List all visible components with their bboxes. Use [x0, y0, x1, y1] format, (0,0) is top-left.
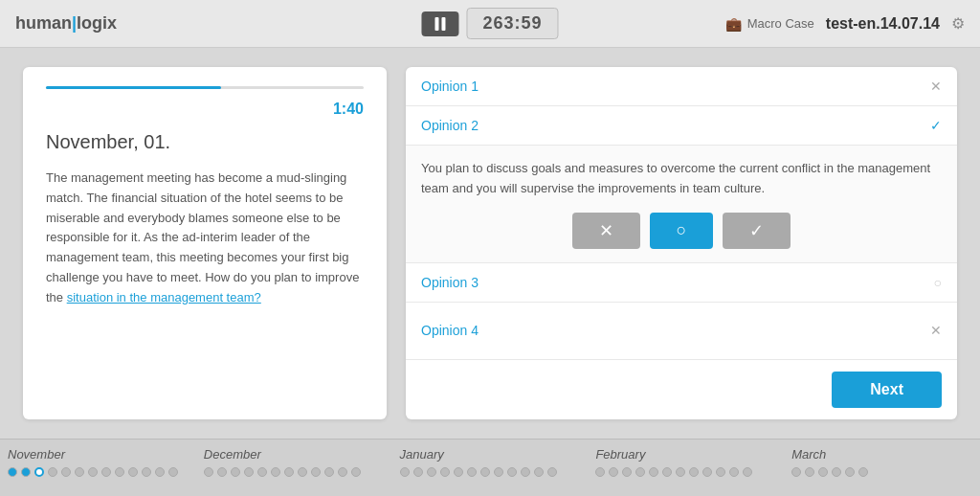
december-label: December	[204, 447, 385, 462]
timeline-month-march: March	[784, 447, 980, 477]
dot	[217, 467, 227, 477]
logo-text-human: human|logix	[15, 13, 117, 34]
dot	[400, 467, 410, 477]
dot	[845, 467, 855, 477]
dot	[716, 467, 725, 477]
february-dots	[595, 467, 776, 477]
dot	[635, 467, 645, 477]
pause-button[interactable]	[421, 11, 458, 36]
dot	[622, 467, 632, 477]
briefcase-icon: 💼	[725, 16, 742, 32]
dot	[689, 467, 699, 477]
opinion1-label: Opinion 1	[421, 79, 930, 94]
dot	[609, 467, 618, 477]
november-dots	[8, 467, 189, 477]
dot	[101, 467, 111, 477]
dot	[34, 467, 44, 477]
opinion2-row[interactable]: Opinion 2 ✓	[406, 106, 957, 146]
timeline-month-february: February	[588, 447, 784, 477]
opinions-panel: Opinion 1 ✕ Opinion 2 ✓ You plan to disc…	[406, 67, 957, 419]
opinion3-row[interactable]: Opinion 3 ○	[406, 263, 957, 303]
opinion4-close-icon[interactable]: ✕	[930, 323, 942, 338]
macro-case-label: Macro Case	[747, 16, 814, 31]
scenario-body-text: The management meeting has become a mud-…	[46, 169, 364, 308]
header: human|logix 263:59 💼 Macro Case test-en.…	[0, 0, 980, 48]
header-center-controls: 263:59	[421, 8, 558, 39]
answer-wrong-button[interactable]: ✕	[572, 213, 640, 249]
dot	[61, 467, 71, 477]
dot	[743, 467, 752, 477]
dot	[298, 467, 307, 477]
dot	[818, 467, 828, 477]
dot	[115, 467, 124, 477]
main-content: 1:40 November, 01. The management meetin…	[0, 48, 980, 439]
timeline-month-november: November	[0, 447, 196, 477]
dot	[427, 467, 436, 477]
opinion1-row[interactable]: Opinion 1 ✕	[406, 67, 957, 106]
march-dots	[791, 467, 972, 477]
logo: human|logix	[15, 13, 117, 34]
gear-icon[interactable]: ⚙	[951, 14, 965, 33]
dot	[440, 467, 450, 477]
dot	[21, 467, 31, 477]
case-title: test-en.14.07.14	[826, 15, 940, 33]
dot	[791, 467, 801, 477]
timer-display: 263:59	[466, 8, 558, 39]
pause-bar-left	[434, 17, 438, 31]
dot	[413, 467, 423, 477]
dot	[244, 467, 254, 477]
dot	[311, 467, 321, 477]
opinion2-check-icon[interactable]: ✓	[930, 118, 942, 133]
dot	[805, 467, 814, 477]
dot	[676, 467, 685, 477]
opinion2-label: Opinion 2	[421, 118, 930, 133]
progress-bar-container	[46, 86, 364, 89]
dot	[48, 467, 57, 477]
january-label: January	[400, 447, 581, 462]
dot	[534, 467, 544, 477]
opinion2-expanded: You plan to discuss goals and measures t…	[406, 146, 957, 263]
dot	[521, 467, 530, 477]
timeline-month-december: December	[196, 447, 392, 477]
dot	[168, 467, 178, 477]
opinion1-close-icon[interactable]: ✕	[930, 79, 942, 94]
opinion4-row[interactable]: Opinion 4 ✕	[406, 303, 957, 360]
february-label: February	[595, 447, 776, 462]
dot	[494, 467, 503, 477]
opinion2-expanded-text: You plan to discuss goals and measures t…	[421, 159, 942, 199]
dot	[454, 467, 463, 477]
dot	[832, 467, 841, 477]
dot	[858, 467, 868, 477]
november-label: November	[8, 447, 189, 462]
opinion3-label: Opinion 3	[421, 275, 934, 290]
december-dots	[204, 467, 385, 477]
time-remaining-label: 1:40	[46, 101, 364, 118]
dot	[351, 467, 361, 477]
next-button[interactable]: Next	[832, 372, 942, 408]
dot	[142, 467, 151, 477]
dot	[257, 467, 267, 477]
dot	[75, 467, 84, 477]
answer-neutral-button[interactable]: ○	[650, 213, 714, 249]
dot	[231, 467, 240, 477]
dot	[649, 467, 658, 477]
dot	[324, 467, 334, 477]
dot	[662, 467, 672, 477]
dot	[338, 467, 347, 477]
progress-bar-fill	[46, 86, 221, 89]
macro-case: 💼 Macro Case	[725, 16, 814, 32]
dot	[595, 467, 605, 477]
dot	[547, 467, 557, 477]
dot	[729, 467, 739, 477]
opinion4-label: Opinion 4	[421, 323, 930, 338]
opinion3-circle-icon[interactable]: ○	[934, 275, 942, 290]
dot	[702, 467, 712, 477]
timeline-month-january: January	[392, 447, 589, 477]
header-right: 💼 Macro Case test-en.14.07.14 ⚙	[725, 14, 965, 33]
dot	[204, 467, 213, 477]
answer-correct-button[interactable]: ✓	[723, 213, 791, 249]
scenario-date: November, 01.	[46, 131, 364, 153]
scenario-card: 1:40 November, 01. The management meetin…	[23, 67, 387, 419]
dot	[467, 467, 477, 477]
timeline: November December	[0, 439, 980, 496]
